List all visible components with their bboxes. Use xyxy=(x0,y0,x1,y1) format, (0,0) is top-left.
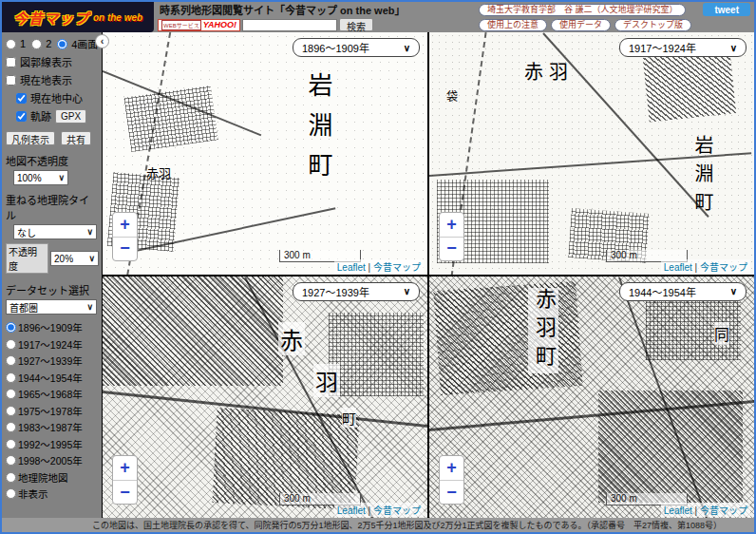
dataset-radio-1975[interactable] xyxy=(6,406,16,416)
dataset-period-label: 1927～1939年 xyxy=(18,353,83,368)
list-item: 1975～1978年 xyxy=(6,404,99,418)
share-button[interactable]: 共有 xyxy=(61,131,91,145)
chevron-down-icon: ∨ xyxy=(730,43,737,53)
zoom-in-button[interactable]: + xyxy=(440,213,463,237)
header-right-row1: 埼玉大学教育学部 谷 謙二（人文地理学研究室） tweet xyxy=(479,2,750,17)
leaflet-link[interactable]: Leaflet xyxy=(664,505,692,516)
map-texture-block xyxy=(433,280,582,394)
tweet-button[interactable]: tweet xyxy=(703,3,750,16)
yahoo-badge: WEBサービス YAHOO! xyxy=(158,19,240,31)
map-outline-label: 図郭線表示 xyxy=(20,54,72,69)
zoom-out-button[interactable]: − xyxy=(113,480,137,504)
konjaku-map-link[interactable]: 今昔マップ xyxy=(700,262,747,273)
map-opacity-label: 地図不透明度 xyxy=(6,153,99,168)
gpx-button[interactable]: GPX xyxy=(55,109,86,124)
konjaku-map-link[interactable]: 今昔マップ xyxy=(373,262,421,273)
current-location-label: 現在地表示 xyxy=(20,72,72,87)
search-input[interactable] xyxy=(242,19,337,31)
period-select[interactable]: 1917～1924年 ∨ xyxy=(619,38,747,57)
sidebar-collapse-button[interactable]: ‹ xyxy=(95,34,109,48)
leaflet-link[interactable]: Leaflet xyxy=(337,262,366,273)
map-label: 岩淵町 xyxy=(300,72,335,192)
sidebar: ‹ 1 2 4画面 図郭線表示 現在地表示 現在地中心 xyxy=(2,32,102,518)
dataset-period-label: 1992～1995年 xyxy=(18,437,83,451)
header-right: 埼玉大学教育学部 谷 謙二（人文地理学研究室） tweet 使用上の注意 使用デ… xyxy=(479,2,754,32)
view-mode-radio-4panel[interactable] xyxy=(57,39,67,49)
period-select-value: 1944～1954年 xyxy=(629,284,696,299)
search-button[interactable]: 検索 xyxy=(339,18,373,31)
map-label: 袋 xyxy=(446,87,458,105)
list-item: 1896～1909年 xyxy=(6,320,99,334)
zoom-control: + − xyxy=(439,455,464,505)
historical-map-tile[interactable]: 赤羽 岩淵町 袋 xyxy=(429,32,754,275)
dataset-radio-1965[interactable] xyxy=(6,389,16,399)
leaflet-link[interactable]: Leaflet xyxy=(337,505,366,516)
logo-main-text: 今昔マップ xyxy=(13,8,89,28)
dataset-radio-hidden[interactable] xyxy=(6,488,16,499)
konjaku-map-link[interactable]: 今昔マップ xyxy=(373,505,421,516)
dataset-radio-1983[interactable] xyxy=(6,422,16,432)
dataset-radio-gsi[interactable] xyxy=(6,472,16,483)
map-opacity-value: 100% xyxy=(17,173,42,183)
affiliation-link[interactable]: 埼玉大学教育学部 谷 謙二（人文地理学研究室） xyxy=(479,4,687,16)
view-mode-radio-2[interactable] xyxy=(31,39,42,49)
historical-map-tile[interactable]: 赤 羽 町 xyxy=(103,277,427,519)
attribution: Leaflet | 今昔マップ xyxy=(334,503,424,517)
historical-map-tile[interactable]: 岩淵町 赤羽 xyxy=(103,32,427,275)
dataset-radio-1917[interactable] xyxy=(6,339,16,350)
zoom-out-button[interactable]: − xyxy=(440,237,463,260)
historical-map-tile[interactable]: 赤羽町 同 xyxy=(429,277,754,519)
overlay-opacity-select[interactable]: 20% ∨ xyxy=(50,251,99,266)
map-outline-checkbox[interactable] xyxy=(6,57,16,67)
site-logo[interactable]: 今昔マップ on the web xyxy=(2,2,154,32)
dataset-radio-1944[interactable] xyxy=(6,372,16,383)
yahoo-service-label: WEBサービス xyxy=(161,20,201,30)
page-title: 時系列地形図閲覧サイト「今昔マップ on the web」 xyxy=(154,2,406,17)
search-row: WEBサービス YAHOO! 検索 xyxy=(154,17,479,32)
attribution: Leaflet | 今昔マップ xyxy=(661,503,750,517)
view-mode-radio-1[interactable] xyxy=(6,39,16,49)
dataset-radio-1927[interactable] xyxy=(6,355,16,366)
overlay-tile-select[interactable]: なし ∨ xyxy=(13,224,97,239)
zoom-in-button[interactable]: + xyxy=(440,456,463,480)
app-window: 今昔マップ on the web 時系列地形図閲覧サイト「今昔マップ on th… xyxy=(0,0,756,534)
desktop-version-button[interactable]: デスクトップ版 xyxy=(614,19,691,31)
dataset-select[interactable]: 首都圏 ∨ xyxy=(6,299,97,315)
legend-button[interactable]: 凡例表示 xyxy=(6,131,55,145)
zoom-out-button[interactable]: − xyxy=(440,480,463,504)
scale-label: 300 m xyxy=(284,250,311,260)
zoom-in-button[interactable]: + xyxy=(113,456,137,480)
zoom-in-button[interactable]: + xyxy=(113,213,137,237)
used-data-button[interactable]: 使用データ xyxy=(551,19,611,31)
map-grid: 岩淵町 赤羽 1896～1909年 ∨ + − 300 m Leaflet | … xyxy=(102,32,754,518)
map-opacity-select[interactable]: 100% ∨ xyxy=(13,170,68,185)
chevron-down-icon: ∨ xyxy=(404,286,410,296)
leaflet-link[interactable]: Leaflet xyxy=(664,262,692,273)
track-checkbox[interactable] xyxy=(16,111,27,122)
dataset-radio-1896[interactable] xyxy=(6,322,16,333)
current-location-checkbox[interactable] xyxy=(6,75,16,86)
map-texture-block xyxy=(643,48,737,122)
period-select[interactable]: 1927～1939年 ∨ xyxy=(293,282,420,301)
center-location-label: 現在地中心 xyxy=(30,90,83,105)
zoom-out-button[interactable]: − xyxy=(113,237,137,260)
chevron-down-icon: ∨ xyxy=(58,173,65,182)
dataset-radio-1998[interactable] xyxy=(6,455,16,466)
map-texture-block xyxy=(598,391,743,503)
dataset-period-label: 1975～1978年 xyxy=(18,404,83,418)
usage-notes-button[interactable]: 使用上の注意 xyxy=(479,19,547,31)
overlay-tile-label: 重ねる地理院タイル xyxy=(6,192,99,222)
map-panel-1896: 岩淵町 赤羽 1896～1909年 ∨ + − 300 m Leaflet | … xyxy=(103,32,427,275)
dataset-radio-1992[interactable] xyxy=(6,439,16,449)
konjaku-map-link[interactable]: 今昔マップ xyxy=(700,505,747,516)
period-select[interactable]: 1896～1909年 ∨ xyxy=(293,38,420,57)
track-toggle: 軌跡 GPX xyxy=(16,108,99,124)
period-select[interactable]: 1944～1954年 ∨ xyxy=(619,282,747,301)
map-label: 羽 xyxy=(313,364,340,397)
attribution-separator: | xyxy=(369,505,371,516)
chevron-left-icon: ‹ xyxy=(101,35,104,47)
chevron-down-icon: ∨ xyxy=(86,302,93,312)
dataset-period-label: 1917～1924年 xyxy=(18,337,83,352)
dataset-period-label: 非表示 xyxy=(18,486,48,501)
center-location-checkbox[interactable] xyxy=(16,93,27,104)
